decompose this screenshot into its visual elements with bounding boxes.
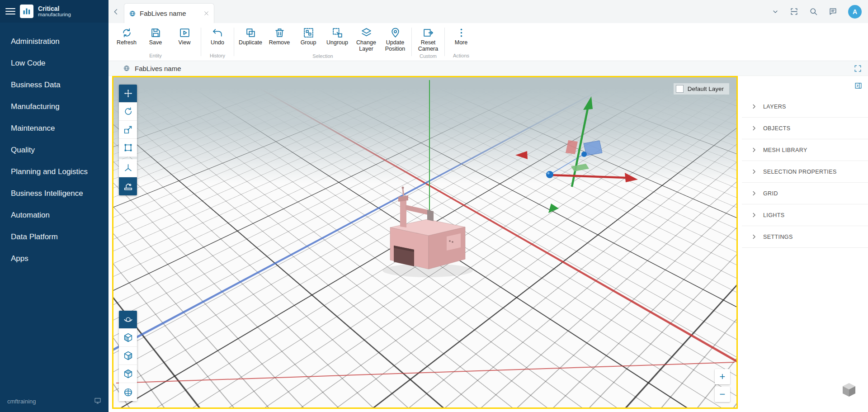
search-icon[interactable]	[809, 7, 818, 16]
ungroup-button[interactable]: Ungroup	[323, 25, 352, 46]
view-cube[interactable]	[841, 381, 857, 400]
gizmo-red-cone[interactable]	[515, 151, 528, 159]
default-layer-checkbox[interactable]	[676, 85, 684, 93]
gizmo-red-arrow[interactable]	[550, 175, 626, 178]
tabbar-actions: A	[772, 0, 862, 23]
tab-fablives[interactable]: FabLives name	[124, 3, 214, 23]
gizmo-green-cone[interactable]	[548, 204, 559, 213]
machine-model[interactable]	[390, 187, 465, 270]
avatar-initial: A	[853, 8, 857, 15]
sidebar-item-maintenance[interactable]: Maintenance	[0, 118, 108, 139]
breadcrumb-bar: FabLives name	[108, 61, 868, 76]
group-icon	[303, 27, 314, 38]
refresh-button[interactable]: Refresh	[112, 25, 141, 46]
sidebar-item-apps[interactable]: Apps	[0, 248, 108, 270]
view-top-button[interactable]	[119, 365, 137, 383]
entity-icon	[123, 65, 130, 72]
toolbar: Refresh Save View Entity	[108, 23, 868, 61]
section-mesh-library[interactable]: MESH LIBRARY	[742, 139, 868, 161]
more-button[interactable]: More	[447, 25, 476, 46]
view-right-button[interactable]	[119, 347, 137, 365]
view-top-icon	[123, 369, 133, 379]
chevron-right-icon	[752, 213, 757, 218]
duplicate-button[interactable]: Duplicate	[236, 25, 265, 46]
gizmo-green-plane-handle[interactable]	[571, 164, 589, 171]
change-layer-button[interactable]: Change Layer	[352, 25, 381, 52]
render-mode-button[interactable]	[119, 383, 137, 401]
equipment-tool-button[interactable]	[119, 177, 137, 195]
sidebar-item-data-platform[interactable]: Data Platform	[0, 226, 108, 248]
refresh-icon	[121, 27, 132, 38]
sidebar-item-automation[interactable]: Automation	[0, 204, 108, 226]
scale-tool-button[interactable]	[119, 121, 137, 139]
expand-icon[interactable]	[854, 65, 862, 72]
toolbar-group-label: History	[210, 52, 225, 61]
sidebar-item-business-data[interactable]: Business Data	[0, 74, 108, 96]
view-button[interactable]: View	[170, 25, 199, 46]
zoom-in-button[interactable]: +	[715, 369, 730, 384]
rotate-tool-button[interactable]	[119, 103, 137, 121]
toolbar-group-label: Custom	[420, 52, 437, 61]
section-grid[interactable]: GRID	[742, 183, 868, 204]
scene-overlay	[113, 77, 736, 407]
close-tab-icon[interactable]	[203, 10, 209, 16]
sidebar-item-business-intelligence[interactable]: Business Intelligence	[0, 183, 108, 204]
view-left-icon	[123, 333, 133, 342]
move-tool-icon	[123, 89, 133, 98]
breadcrumb: FabLives name	[135, 65, 181, 72]
group-button[interactable]: Group	[294, 25, 323, 46]
transform-gizmo[interactable]	[515, 96, 638, 213]
zoom-out-button[interactable]: −	[715, 387, 730, 402]
brand-row: Critical manufacturing	[0, 0, 108, 23]
menu-icon[interactable]	[5, 8, 15, 14]
update-position-button[interactable]: Update Position	[381, 25, 410, 52]
section-settings[interactable]: SETTINGS	[742, 226, 868, 248]
dock-panel-icon[interactable]	[854, 82, 862, 90]
chevron-right-icon	[752, 234, 757, 239]
section-layers[interactable]: LAYERS	[742, 96, 868, 118]
render-mode-icon	[123, 388, 133, 397]
view-icon	[179, 27, 190, 38]
section-selection-properties[interactable]: SELECTION PROPERTIES	[742, 161, 868, 183]
trash-icon	[274, 27, 285, 38]
refresh-label: Refresh	[117, 39, 137, 46]
sidebar-item-low-code[interactable]: Low Code	[0, 52, 108, 74]
default-layer-chip[interactable]: Default Layer	[674, 83, 729, 95]
sidebar-footer: cmftraining	[0, 392, 108, 412]
chevron-right-icon	[752, 104, 757, 109]
section-objects[interactable]: OBJECTS	[742, 118, 868, 139]
sidebar-item-quality[interactable]: Quality	[0, 139, 108, 161]
axis-tool-button[interactable]	[119, 159, 137, 177]
section-lights[interactable]: LIGHTS	[742, 204, 868, 226]
sidebar-item-administration[interactable]: Administration	[0, 31, 108, 52]
remove-button[interactable]: Remove	[265, 25, 294, 46]
move-tool-button[interactable]	[119, 85, 137, 103]
brand-name-bottom: manufacturing	[38, 12, 71, 17]
gizmo-origin-handle[interactable]	[546, 171, 553, 178]
sidebar-item-manufacturing[interactable]: Manufacturing	[0, 96, 108, 118]
camera-orbit-button[interactable]	[119, 311, 137, 329]
ungroup-icon	[332, 27, 343, 38]
gizmo-blue-handle[interactable]	[581, 152, 587, 157]
save-icon	[150, 27, 161, 38]
content-area: Default Layer + − LAYERS	[108, 76, 868, 412]
transform-tool-button[interactable]	[119, 139, 137, 157]
undo-button[interactable]: Undo	[203, 25, 232, 46]
remove-label: Remove	[269, 39, 290, 46]
gizmo-red-arrowhead	[625, 173, 638, 182]
section-label: MESH LIBRARY	[763, 147, 807, 153]
viewport-3d[interactable]: Default Layer + −	[112, 76, 738, 409]
axis-tool-icon	[123, 163, 133, 173]
sidebar-item-planning-logistics[interactable]: Planning and Logistics	[0, 161, 108, 183]
save-button[interactable]: Save	[141, 25, 170, 46]
workstation-icon[interactable]	[94, 397, 101, 406]
avatar[interactable]: A	[848, 5, 862, 19]
gizmo-red-plane-handle[interactable]	[566, 140, 578, 154]
view-left-button[interactable]	[119, 329, 137, 347]
scan-icon[interactable]	[790, 7, 798, 16]
chevron-down-icon[interactable]	[772, 8, 779, 15]
reset-camera-button[interactable]: Reset Camera	[414, 25, 443, 52]
chat-icon[interactable]	[829, 7, 837, 16]
camera-orbit-icon	[123, 315, 133, 324]
back-icon[interactable]	[108, 0, 124, 23]
